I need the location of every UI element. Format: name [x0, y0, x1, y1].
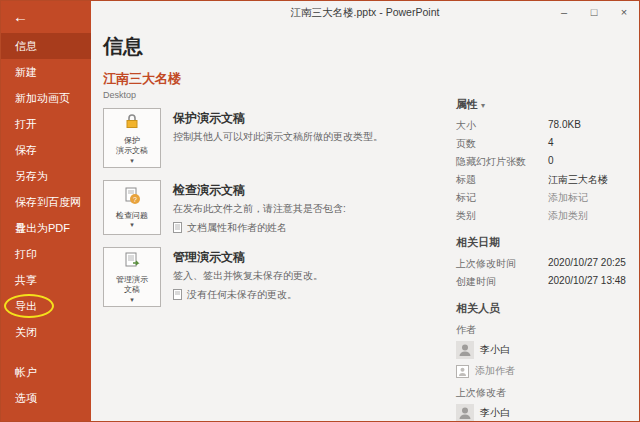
sidebar-item-open[interactable]: 打开 — [1, 111, 91, 137]
inspect-issue-text: 文档属性和作者的姓名 — [187, 221, 287, 235]
last-modified-by-label: 上次修改者 — [456, 386, 634, 400]
sidebar-item-export[interactable]: 导出 — [1, 293, 91, 319]
button-label: 检查问题 — [116, 211, 148, 221]
unsaved-changes-text: 没有任何未保存的更改。 — [187, 288, 297, 302]
maximize-icon: □ — [591, 6, 598, 18]
info-sections: 保护 演示文稿 ▾ 保护演示文稿 控制其他人可以对此演示文稿所做的更改类型。 — [103, 108, 455, 307]
related-people-block: 相关人员 作者 李小白 — [456, 301, 634, 422]
last-modified-by-chip[interactable]: 李小白 — [456, 404, 634, 422]
sidebar-item-share[interactable]: 共享 — [1, 267, 91, 293]
sidebar-item-info[interactable]: 信息 — [1, 33, 91, 59]
close-icon: × — [621, 6, 627, 18]
sidebar-item-label: 导出 — [15, 300, 37, 312]
sidebar-item-close[interactable]: 关闭 — [1, 319, 91, 345]
back-arrow-icon: ← — [13, 8, 28, 25]
sidebar-item-label: 信息 — [15, 40, 37, 52]
prop-label-pages: 页数 — [456, 137, 548, 151]
author-avatar — [456, 341, 474, 359]
properties-heading-label: 属性 — [456, 98, 478, 110]
sidebar-item-label: 新建 — [15, 66, 37, 78]
sidebar-item-options[interactable]: 选项 — [1, 385, 91, 411]
properties-dropdown[interactable]: 属性 ▾ — [456, 97, 634, 112]
chevron-down-icon: ▾ — [481, 101, 485, 110]
button-label: 管理演示 — [116, 275, 148, 285]
inspect-presentation-section: ? 检查问题 ▾ 检查演示文稿 在发布此文件之前，请注意其是否包含: — [103, 180, 455, 235]
properties-grid: 大小 78.0KB 页数 4 隐藏幻灯片张数 0 标题 江南三大名楼 标记 添加… — [456, 119, 634, 223]
date-value-modified: 2020/10/27 20:25 — [548, 257, 634, 271]
prop-value-add-category[interactable]: 添加类别 — [548, 209, 634, 223]
sidebar-item-new-animation-page[interactable]: 新加动画页 — [1, 85, 91, 111]
dates-grid: 上次修改时间 2020/10/27 20:25 创建时间 2020/10/27 … — [456, 257, 634, 289]
add-author-label: 添加作者 — [475, 364, 515, 378]
button-label: 文稿 — [124, 285, 140, 295]
document-title: 江南三大名楼 — [103, 70, 639, 88]
section-text: 检查演示文稿 在发布此文件之前，请注意其是否包含: 文档属性和作者的姓名 — [173, 180, 346, 235]
titlebar: 江南三大名楼.pptx - PowerPoint – □ × — [91, 1, 639, 25]
section-description: 控制其他人可以对此演示文稿所做的更改类型。 — [173, 130, 383, 144]
svg-text:?: ? — [133, 195, 137, 202]
date-label-created: 创建时间 — [456, 275, 548, 289]
related-dates-heading: 相关日期 — [456, 235, 634, 250]
date-label-modified: 上次修改时间 — [456, 257, 548, 271]
sidebar-item-label: 保存 — [15, 144, 37, 156]
sidebar-item-label: 关闭 — [15, 326, 37, 338]
prop-label-category: 类别 — [456, 209, 548, 223]
author-name: 李小白 — [480, 343, 510, 357]
sidebar-item-save-as[interactable]: 另存为 — [1, 163, 91, 189]
check-for-issues-button[interactable]: ? 检查问题 ▾ — [103, 180, 161, 235]
button-label: 演示文稿 — [116, 146, 148, 156]
window-controls: – □ × — [549, 1, 639, 23]
sidebar-item-save[interactable]: 保存 — [1, 137, 91, 163]
manage-presentation-section: 管理演示 文稿 ▾ 管理演示文稿 签入、签出并恢复未保存的更改。 — [103, 247, 455, 307]
sidebar-item-label: 打开 — [15, 118, 37, 130]
inspect-document-icon: ? — [123, 187, 141, 209]
sidebar-item-label: 帐户 — [15, 366, 37, 378]
add-author-button[interactable]: 添加作者 — [456, 364, 634, 378]
add-author-icon — [456, 365, 469, 378]
sidebar-item-new[interactable]: 新建 — [1, 59, 91, 85]
prop-label-size: 大小 — [456, 119, 548, 133]
prop-value-pages: 4 — [548, 137, 634, 151]
inspect-issue-item: 文档属性和作者的姓名 — [173, 221, 346, 235]
author-chip[interactable]: 李小白 — [456, 341, 634, 359]
dropdown-arrow-icon: ▾ — [130, 221, 134, 228]
lock-icon — [123, 112, 141, 134]
manage-document-icon — [123, 251, 141, 273]
powerpoint-backstage-window: 江南三大名楼.pptx - PowerPoint – □ × ← 信息 新建 新… — [0, 0, 640, 422]
button-label: 保护 — [124, 136, 140, 146]
minimize-button[interactable]: – — [549, 1, 579, 23]
document-properties-icon — [173, 222, 182, 233]
maximize-button[interactable]: □ — [579, 1, 609, 23]
manage-presentation-button[interactable]: 管理演示 文稿 ▾ — [103, 247, 161, 307]
unsaved-changes-icon — [173, 289, 182, 300]
prop-label-hidden-slides: 隐藏幻灯片张数 — [456, 155, 548, 169]
dropdown-arrow-icon: ▾ — [130, 157, 134, 164]
backstage-sidebar: ← 信息 新建 新加动画页 打开 保存 另存为 保存到百度网盘 导出为PDF 打… — [1, 1, 91, 421]
sidebar-item-print[interactable]: 打印 — [1, 241, 91, 267]
close-button[interactable]: × — [609, 1, 639, 23]
section-heading: 检查演示文稿 — [173, 182, 346, 199]
author-label: 作者 — [456, 323, 634, 337]
unsaved-changes-item: 没有任何未保存的更改。 — [173, 288, 323, 302]
prop-label-tags: 标记 — [456, 191, 548, 205]
back-button[interactable]: ← — [13, 8, 91, 28]
prop-value-title[interactable]: 江南三大名楼 — [548, 173, 634, 187]
modifier-avatar — [456, 404, 474, 422]
section-heading: 管理演示文稿 — [173, 249, 323, 266]
sidebar-item-label: 新加动画页 — [15, 92, 70, 104]
prop-value-hidden-slides: 0 — [548, 155, 634, 169]
sidebar-item-account[interactable]: 帐户 — [1, 359, 91, 385]
section-description: 签入、签出并恢复未保存的更改。 — [173, 269, 323, 283]
prop-value-add-tag[interactable]: 添加标记 — [548, 191, 634, 205]
section-description: 在发布此文件之前，请注意其是否包含: — [173, 202, 346, 216]
section-text: 保护演示文稿 控制其他人可以对此演示文稿所做的更改类型。 — [173, 108, 383, 168]
window-title: 江南三大名楼.pptx - PowerPoint — [291, 6, 440, 20]
dropdown-arrow-icon: ▾ — [130, 296, 134, 303]
sidebar-item-export-as-pdf[interactable]: 导出为PDF — [1, 215, 91, 241]
page-title: 信息 — [103, 33, 639, 60]
modifier-name: 李小白 — [480, 406, 510, 420]
protect-presentation-section: 保护 演示文稿 ▾ 保护演示文稿 控制其他人可以对此演示文稿所做的更改类型。 — [103, 108, 455, 168]
sidebar-item-save-to-baidu-netdisk[interactable]: 保存到百度网盘 — [1, 189, 91, 215]
protect-presentation-button[interactable]: 保护 演示文稿 ▾ — [103, 108, 161, 168]
sidebar-item-label: 选项 — [15, 392, 37, 404]
